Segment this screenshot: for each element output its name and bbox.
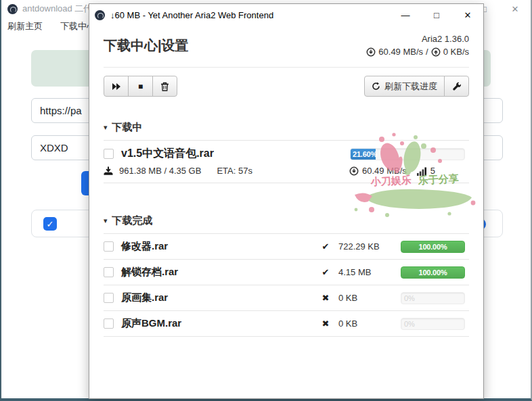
- aria2-dialog: ↓60 MB - Yet Another Aria2 Web Frontend …: [89, 3, 484, 399]
- action-button-group: ■: [104, 76, 177, 97]
- download-speed-icon: [349, 166, 359, 176]
- row-checkbox[interactable]: [104, 319, 114, 329]
- dialog-maximize-button[interactable]: □: [421, 4, 452, 26]
- dialog-minimize-button[interactable]: —: [390, 4, 421, 26]
- connections-icon: [417, 167, 426, 176]
- status-cross-icon: ✖: [318, 293, 333, 303]
- trash-icon: [160, 82, 169, 91]
- progress-bar: 0%: [401, 292, 465, 304]
- progress-label: 0%: [404, 293, 415, 304]
- download-speed-icon: [366, 47, 376, 57]
- section-completed-title: 下载完成: [112, 214, 153, 227]
- stop-icon: ■: [138, 82, 143, 91]
- row-checkbox[interactable]: [104, 293, 114, 303]
- fast-forward-icon: [112, 82, 121, 91]
- status-check-icon: ✔: [318, 241, 333, 252]
- settings-button[interactable]: [444, 76, 469, 97]
- status-cross-icon: ✖: [318, 319, 333, 329]
- download-row-active: v1.5中文语音包.rar 21.60% 961.38 MB / 4.35 GB…: [104, 141, 469, 183]
- connections-count: 5: [430, 166, 435, 176]
- page-title: 下载中心|设置: [104, 37, 189, 55]
- menu-item-refresh-home[interactable]: 刷新主页: [7, 20, 43, 32]
- chevron-down-icon: ▾: [104, 123, 108, 132]
- progress-label: 21.60%: [353, 149, 377, 160]
- row-checkbox[interactable]: [104, 241, 114, 252]
- file-size: 4.15 MB: [338, 267, 401, 277]
- global-stats: Aria2 1.36.0 60.49 MB/s / 0 KB/s: [366, 32, 469, 58]
- app-close-button[interactable]: ✕: [500, 0, 531, 18]
- file-name: v1.5中文语音包.rar: [121, 147, 214, 161]
- file-name: 原画集.rar: [121, 291, 168, 304]
- refresh-progress-label: 刷新下载进度: [384, 80, 437, 93]
- row-checkbox[interactable]: [104, 149, 114, 159]
- progress-bar: 100.00%: [401, 241, 465, 253]
- progress-label: 100.00%: [401, 267, 464, 278]
- row-checkbox[interactable]: [104, 267, 114, 277]
- progress-bar: 21.60%: [350, 148, 465, 160]
- size-progress-text: 961.38 MB / 4.35 GB: [119, 166, 201, 176]
- stop-button[interactable]: ■: [128, 76, 153, 97]
- app-logo-icon: [7, 4, 18, 14]
- section-completed-header[interactable]: ▾ 下载完成: [104, 214, 469, 227]
- progress-label: 0%: [404, 319, 415, 329]
- download-row-failed: 原画集.rar ✖ 0 KB 0%: [104, 285, 469, 311]
- delete-button[interactable]: [152, 76, 177, 97]
- dialog-title: ↓60 MB - Yet Another Aria2 Web Frontend: [110, 10, 273, 20]
- file-name: 解锁存档.rar: [121, 266, 178, 279]
- row-speed-text: 60.49 MB/s: [362, 166, 407, 176]
- background-checkbox[interactable]: ✓: [43, 217, 57, 231]
- refresh-progress-button[interactable]: 刷新下载进度: [364, 76, 445, 97]
- dialog-window-controls: — □ ✕: [390, 4, 483, 26]
- download-row-completed: 修改器.rar ✔ 722.29 KB 100.00%: [104, 234, 469, 260]
- status-check-icon: ✔: [318, 267, 333, 277]
- downloaded-size-icon: [104, 166, 113, 176]
- speed-separator: /: [426, 45, 428, 58]
- header-divider: [104, 67, 469, 68]
- dialog-close-button[interactable]: ✕: [452, 4, 483, 26]
- chevron-down-icon: ▾: [104, 216, 108, 225]
- dialog-titlebar[interactable]: ↓60 MB - Yet Another Aria2 Web Frontend …: [89, 4, 483, 26]
- section-downloading-title: 下载中: [112, 121, 143, 134]
- download-row-completed: 解锁存档.rar ✔ 4.15 MB 100.00%: [104, 260, 469, 285]
- file-size: 0 KB: [338, 293, 401, 303]
- aria2-version: Aria2 1.36.0: [366, 32, 469, 45]
- wrench-icon: [452, 82, 462, 91]
- app-title: antdownload 二代: [22, 3, 92, 15]
- global-down-speed: 60.49 MB/s: [378, 45, 423, 58]
- file-name: 修改器.rar: [121, 240, 168, 253]
- upload-speed-icon: [431, 47, 441, 57]
- progress-bar: 100.00%: [401, 266, 465, 279]
- refresh-icon: [372, 82, 380, 91]
- dialog-logo-icon: [95, 10, 105, 20]
- progress-label: 100.00%: [401, 241, 464, 252]
- progress-bar: 0%: [401, 318, 465, 330]
- eta-text: ETA: 57s: [217, 166, 252, 176]
- file-name: 原声BGM.rar: [121, 317, 181, 330]
- resume-button[interactable]: [104, 76, 129, 97]
- global-up-speed: 0 KB/s: [443, 45, 469, 58]
- section-downloading-header[interactable]: ▾ 下载中: [104, 121, 469, 134]
- download-row-failed: 原声BGM.rar ✖ 0 KB 0%: [104, 311, 469, 337]
- file-size: 722.29 KB: [338, 241, 401, 252]
- settings-button-group: 刷新下载进度: [364, 76, 469, 97]
- file-size: 0 KB: [338, 319, 401, 329]
